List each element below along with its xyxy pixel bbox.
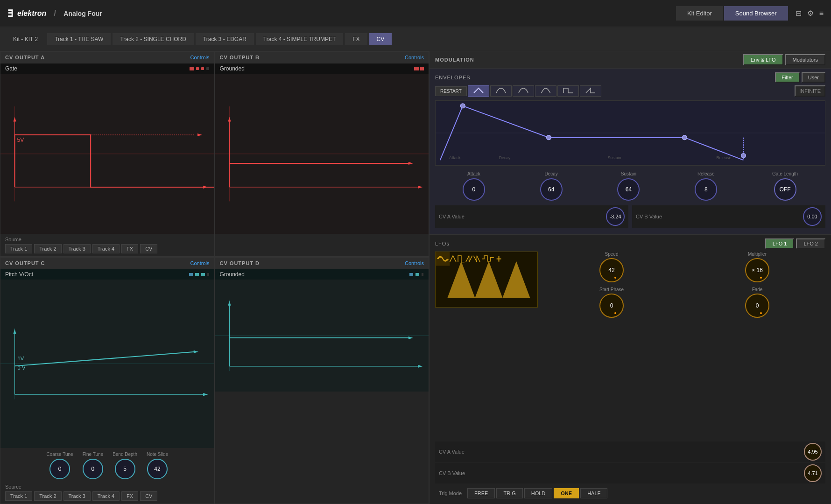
tab-lfo1[interactable]: LFO 1 <box>765 238 795 249</box>
nav-tab-track3[interactable]: Track 3 - EDGAR <box>196 33 254 45</box>
lfo-cv-a-value: 4.95 <box>808 449 817 455</box>
env-cv-a-knob[interactable]: -3.24 <box>606 207 625 226</box>
right-panel: MODULATION Env & LFO Modulators ENVELOPE… <box>430 51 831 504</box>
lfo-start-phase-knob[interactable]: 0 <box>599 294 624 318</box>
env-shape-2[interactable] <box>490 85 512 97</box>
cv-a-src-track4[interactable]: Track 4 <box>92 244 120 253</box>
env-shape-6[interactable] <box>580 85 601 97</box>
cv-a-src-cv[interactable]: CV <box>140 244 157 253</box>
lfo-fade-knob[interactable]: 0 <box>745 294 769 318</box>
lfo-knobs-row1: Speed 42 Multiplier × 16 <box>543 252 825 282</box>
nav-tab-track2[interactable]: Track 2 - SINGLE CHORD <box>113 33 194 45</box>
cv-output-d: CV OUTPUT D Controls Grounded <box>215 257 430 504</box>
nav-tab-kit[interactable]: Kit - KIT 2 <box>6 33 45 45</box>
signal-dot-sm2 <box>201 67 204 70</box>
modulation-header: MODULATION Env & LFO Modulators <box>430 51 831 69</box>
svg-point-37 <box>460 104 465 108</box>
nav-tab-cv[interactable]: CV <box>369 33 392 45</box>
trig-btn-one[interactable]: ONE <box>554 488 579 498</box>
cv-a-signal-indicators <box>190 67 210 70</box>
cv-a-signal-name: Gate <box>5 65 17 72</box>
tab-modulators[interactable]: Modulators <box>785 54 825 65</box>
env-release-label: Release <box>697 171 715 176</box>
svg-point-39 <box>683 135 687 140</box>
lfo-fade-group: Fade 0 <box>745 287 769 318</box>
cv-c-src-cv[interactable]: CV <box>140 491 157 501</box>
nav-tab-fx[interactable]: FX <box>345 33 367 45</box>
env-shape-5[interactable] <box>557 85 579 97</box>
env-decay-knob[interactable]: 64 <box>540 178 563 201</box>
nav-tab-track4[interactable]: Track 4 - SIMPLE TRUMPET <box>256 33 343 45</box>
cv-a-src-track1[interactable]: Track 1 <box>5 244 32 253</box>
env-shape-4[interactable] <box>535 85 556 97</box>
cv-d-dot2 <box>416 273 419 276</box>
tab-sound-browser[interactable]: Sound Browser <box>724 6 788 21</box>
cv-b-dot1 <box>414 67 419 70</box>
cv-a-footer: Source Track 1 Track 2 Track 3 Track 4 F… <box>0 234 214 256</box>
lfo-section: LFOs LFO 1 LFO 2 <box>430 235 831 504</box>
lfo-title: LFOs <box>435 241 450 246</box>
tab-user[interactable]: User <box>802 72 825 83</box>
cv-c-src-track3[interactable]: Track 3 <box>63 491 91 501</box>
cv-a-source-btns: Track 1 Track 2 Track 3 Track 4 FX CV <box>5 244 210 253</box>
tab-env-lfo[interactable]: Env & LFO <box>743 54 783 65</box>
tab-lfo2[interactable]: LFO 2 <box>796 238 825 249</box>
env-sustain-knob[interactable]: 64 <box>617 178 640 201</box>
bend-depth-knob[interactable]: 5 <box>115 459 135 479</box>
env-cv-b-knob[interactable]: 0.00 <box>803 207 822 226</box>
env-gate-length-group: Gate Length OFF <box>772 171 798 201</box>
env-attack-knob[interactable]: 0 <box>463 178 485 201</box>
env-tabs: Filter User <box>775 72 825 83</box>
cv-c-src-fx[interactable]: FX <box>121 491 138 501</box>
env-restart-btn[interactable]: RESTART <box>435 86 467 96</box>
coarse-tune-knob[interactable]: 0 <box>49 459 70 479</box>
tab-kit-editor[interactable]: Kit Editor <box>676 6 723 21</box>
lfo-cv-rows: CV A Value 4.95 CV B Value 4.71 <box>435 441 825 484</box>
cv-a-src-fx[interactable]: FX <box>121 244 138 253</box>
lfo-cv-a-knob[interactable]: 4.95 <box>804 443 822 461</box>
cv-d-controls-btn[interactable]: Controls <box>405 260 424 266</box>
env-attack-label: Attack <box>467 171 480 176</box>
lfo-fade-value: 0 <box>756 302 759 309</box>
svg-marker-26 <box>203 393 208 396</box>
cv-c-src-track4[interactable]: Track 4 <box>92 491 120 501</box>
note-slide-knob[interactable]: 42 <box>147 459 168 479</box>
note-slide-label: Note Slide <box>147 452 168 457</box>
param-coarse-tune: Coarse Tune 0 <box>46 452 73 479</box>
env-gate-length-knob[interactable]: OFF <box>774 178 796 201</box>
lfo-waveform-display <box>435 252 538 308</box>
trig-btn-free[interactable]: FREE <box>467 488 495 498</box>
cv-a-src-track3[interactable]: Track 3 <box>63 244 91 253</box>
svg-marker-30 <box>408 336 413 339</box>
cv-c-src-track2[interactable]: Track 2 <box>34 491 61 501</box>
env-release-knob[interactable]: 8 <box>695 178 717 201</box>
trig-btn-trig[interactable]: TRIG <box>496 488 522 498</box>
cv-row-bottom: CV OUTPUT C Controls Pitch V/Oct <box>0 257 429 504</box>
cv-c-src-track1[interactable]: Track 1 <box>5 491 32 501</box>
cv-b-controls-btn[interactable]: Controls <box>405 55 424 60</box>
trig-btn-hold[interactable]: HOLD <box>524 488 553 498</box>
env-shape-3[interactable] <box>513 85 534 97</box>
lfo-cv-b-label: CV B Value <box>439 470 804 476</box>
cv-a-controls-btn[interactable]: Controls <box>190 55 210 60</box>
lfo-multiplier-knob[interactable]: × 16 <box>745 258 769 282</box>
env-cv-b-row: CV B Value 0.00 <box>632 205 825 228</box>
gear-icon[interactable]: ⚙ <box>807 9 814 18</box>
trig-btn-half[interactable]: HALF <box>580 488 607 498</box>
lfo-speed-knob[interactable]: 42 <box>599 258 624 282</box>
tab-filter[interactable]: Filter <box>775 72 799 83</box>
lfo-cv-b-knob[interactable]: 4.71 <box>804 464 822 482</box>
env-shape-1[interactable] <box>468 85 489 97</box>
fine-tune-knob[interactable]: 0 <box>83 459 103 479</box>
lfo-fade-label: Fade <box>752 287 763 292</box>
menu-icon[interactable]: ≡ <box>819 9 824 18</box>
cv-row-top: CV OUTPUT A Controls Gate <box>0 51 429 257</box>
nav-tab-track1[interactable]: Track 1 - THE SAW <box>47 33 111 45</box>
cv-output-b: CV OUTPUT B Controls Grounded <box>215 51 430 257</box>
lfo-cv-b-row: CV B Value 4.71 <box>435 463 825 483</box>
cv-c-controls-btn[interactable]: Controls <box>190 260 210 266</box>
cv-a-src-track2[interactable]: Track 2 <box>34 244 61 253</box>
env-infinite-btn[interactable]: INFINITE <box>795 85 825 97</box>
env-decay-value: 64 <box>548 186 554 193</box>
monitor-icon[interactable]: ⊟ <box>796 9 802 18</box>
